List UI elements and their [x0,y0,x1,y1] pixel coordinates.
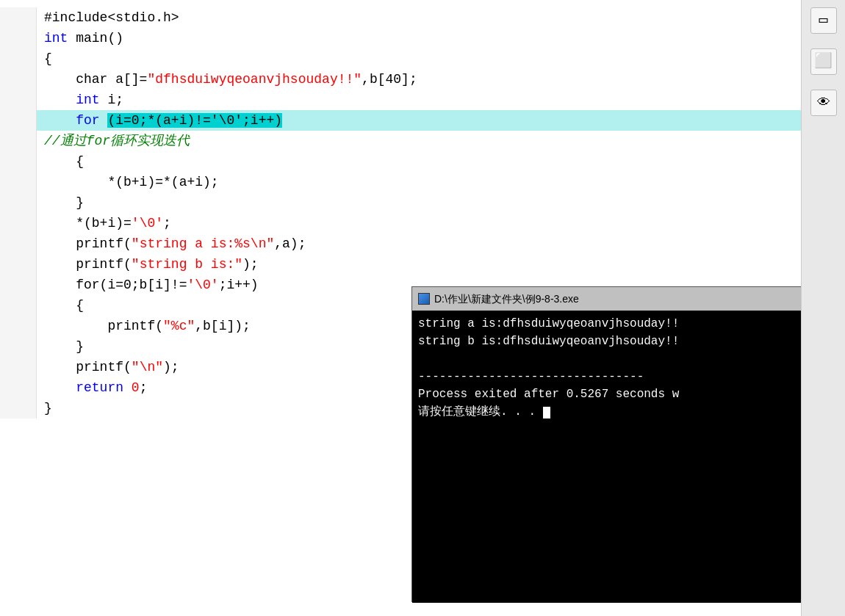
line-content: printf("string a is:%s\n",a); [37,233,801,254]
sidebar: ▭ ⬜ 👁 [801,0,845,616]
terminal-window[interactable]: D:\作业\新建文件夹\例9-8-3.exe string a is:dfhsd… [411,286,801,602]
line-content: printf("string b is:"); [37,254,801,275]
terminal-title: D:\作业\新建文件夹\例9-8-3.exe [434,290,579,308]
line-number [0,69,37,90]
line-content: for (i=0;*(a+i)!='\0';i++) [37,110,801,131]
line-number [0,48,37,69]
line-content: } [37,192,801,213]
line-number [0,295,37,316]
terminal-line: 请按任意键继续. . . [418,403,801,421]
line-number [0,131,37,151]
line-number [0,398,37,418]
code-line: printf("string b is:"); [0,254,801,275]
line-number [0,254,37,275]
line-number [0,28,37,48]
terminal-body: string a is:dfhsduiwyqeoanvjhsouday!!str… [412,311,801,603]
line-number [0,377,37,398]
terminal-line: string b is:dfhsduiwyqeoanvjhsouday!! [418,333,801,350]
terminal-app-icon [418,293,430,305]
code-line: *(b+i)='\0'; [0,213,801,233]
code-line: int main() [0,28,801,48]
code-line: { [0,151,801,172]
line-content: #include<stdio.h> [37,7,801,28]
line-content: *(b+i)=*(a+i); [37,172,801,192]
eye-icon[interactable]: 👁 [810,90,837,116]
line-content: { [37,48,801,69]
line-number [0,233,37,254]
line-number [0,7,37,28]
line-number [0,110,37,131]
line-number [0,192,37,213]
terminal-line [418,350,801,368]
line-content: char a[]="dfhsduiwyqeoanvjhsouday!!",b[4… [37,69,801,90]
line-number [0,316,37,336]
split-vertical-icon[interactable]: ⬜ [810,48,837,75]
terminal-line: -------------------------------- [418,368,801,385]
line-number [0,151,37,172]
code-editor: #include<stdio.h>int main(){ char a[]="d… [0,0,801,616]
code-line: //通过for循环实现迭代 [0,131,801,151]
maximize-icon[interactable]: ▭ [810,7,837,34]
code-line: } [0,192,801,213]
code-line: char a[]="dfhsduiwyqeoanvjhsouday!!",b[4… [0,69,801,90]
line-content: { [37,151,801,172]
terminal-cursor [543,407,550,418]
code-line: #include<stdio.h> [0,7,801,28]
line-number [0,336,37,357]
line-number [0,275,37,295]
line-number [0,172,37,192]
terminal-line: string a is:dfhsduiwyqeoanvjhsouday!! [418,315,801,333]
line-number [0,90,37,110]
terminal-titlebar: D:\作业\新建文件夹\例9-8-3.exe [412,287,801,311]
code-line: printf("string a is:%s\n",a); [0,233,801,254]
line-content: //通过for循环实现迭代 [37,131,801,151]
line-number [0,357,37,377]
code-line: int i; [0,90,801,110]
code-line: { [0,48,801,69]
line-content: int i; [37,90,801,110]
line-content: int main() [37,28,801,48]
code-line: *(b+i)=*(a+i); [0,172,801,192]
line-content: *(b+i)='\0'; [37,213,801,233]
terminal-line: Process exited after 0.5267 seconds w [418,385,801,403]
line-number [0,213,37,233]
code-line: for (i=0;*(a+i)!='\0';i++) [0,110,801,131]
